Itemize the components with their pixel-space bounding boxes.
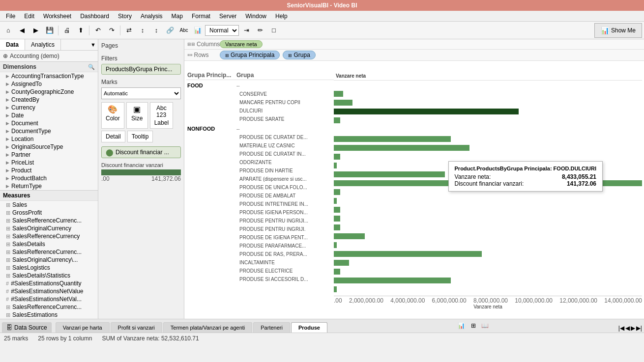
dim-product[interactable]: ▶ Product (0, 167, 98, 174)
menu-analysis[interactable]: Analysis (137, 12, 167, 21)
measure-sales-ref-curr-4[interactable]: ⊞ SalesRefferenceCurrenc... (0, 303, 98, 311)
dim-location[interactable]: ▶ Location (0, 135, 98, 143)
show-me-button[interactable]: 📊 Show Me (594, 23, 642, 38)
menu-format[interactable]: Format (188, 12, 214, 21)
tab-new-sheet-icon[interactable]: 📊 (457, 321, 467, 331)
toolbar-chart[interactable]: 📊 (191, 24, 204, 37)
tab-analytics[interactable]: Analytics (25, 39, 61, 50)
toolbar-abc[interactable]: Abc (177, 24, 190, 37)
marks-section: Marks Automatic 🎨 Color ▣ Size Abc123 La… (101, 79, 181, 142)
rows-pill-2[interactable]: ⊞ Grupa (283, 51, 315, 59)
toolbar-sort[interactable]: ↕ (136, 24, 149, 37)
toolbar-tooltip[interactable]: □ (267, 24, 280, 37)
marks-size-btn[interactable]: ▣ Size (126, 102, 148, 129)
measure-sales-est-qty[interactable]: # #SalesEstimationsQuantity (0, 279, 98, 287)
measure-sales-details-stats[interactable]: ⊞ SalesDetails\Statistics (0, 272, 98, 279)
dim-currency[interactable]: ▶ Currency (0, 104, 98, 111)
tab-nav-first[interactable]: |◀ (618, 325, 624, 332)
toolbar-redo[interactable]: ↷ (105, 24, 118, 37)
tab-vanzari-harta[interactable]: Vanzari pe harta (56, 322, 110, 333)
menu-window[interactable]: Window (241, 12, 270, 21)
menu-worksheet[interactable]: Worksheet (39, 12, 75, 21)
middle-panel: Pages Filters ProductsByGrupa Princ... M… (98, 39, 184, 319)
rows-pill-1[interactable]: ⊞ Grupa Principala (220, 51, 280, 59)
tab-new-story-icon[interactable]: 📖 (480, 321, 490, 331)
dim-product-batch[interactable]: ▶ ProductBatch (0, 174, 98, 182)
main-layout: Data Analytics ▼ ⊕ Accounting (demo) Dim… (0, 39, 644, 319)
toolbar-pen[interactable]: ✏ (254, 24, 266, 37)
tab-data[interactable]: Data (0, 39, 25, 50)
menu-file[interactable]: File (2, 12, 19, 21)
toolbar-sort2[interactable]: ↕ (150, 24, 163, 37)
discount-chip[interactable]: ⬤ Discount financiar ... (101, 146, 181, 158)
bar-nf-12 (334, 241, 642, 249)
toolbar-back[interactable]: ◀ (16, 24, 29, 37)
dim-created-by[interactable]: ▶ CreatedBy (0, 96, 98, 104)
marks-dropdown[interactable]: Automatic (101, 87, 181, 99)
toolbar-save[interactable]: 💾 (43, 24, 56, 37)
accounting-demo[interactable]: ⊕ Accounting (demo) (0, 51, 98, 62)
tab-nav-prev[interactable]: ◀ (625, 325, 630, 332)
dim-accounting-transaction-type[interactable]: ▶ AccountingTransactionType (0, 72, 98, 80)
dim-return-type[interactable]: ▶ ReturnType (0, 182, 98, 190)
marks-detail-btn[interactable]: Detail (101, 131, 125, 142)
menu-help[interactable]: Help (271, 12, 292, 21)
toolbar-forward[interactable]: ▶ (29, 24, 42, 37)
toolbar-print[interactable]: 🖨 (60, 24, 73, 37)
toolbar-home[interactable]: ⌂ (2, 24, 15, 37)
tab-produse[interactable]: Produse (291, 322, 327, 333)
toolbar-export[interactable]: ⬆ (74, 24, 87, 37)
columns-pill[interactable]: Vanzare neta (220, 40, 263, 48)
group-nonfood-label: NONFOOD (186, 126, 235, 132)
dimensions-search[interactable]: 🔍 (88, 64, 95, 70)
menu-server[interactable]: Server (215, 12, 240, 21)
normal-dropdown[interactable]: Normal (205, 25, 239, 36)
measure-sales-est-net-val[interactable]: # #SalesEstimationsNetVal... (0, 295, 98, 303)
toolbar-undo[interactable]: ↶ (91, 24, 104, 37)
sidebar-options[interactable]: ▼ (90, 42, 96, 48)
filter-chip[interactable]: ProductsByGrupa Princ... (101, 64, 181, 75)
tab-profit-vanzari[interactable]: Profit si vanzari (111, 322, 162, 333)
toolbar-link[interactable]: 🔗 (164, 24, 176, 37)
measure-sales-ref-curr-1[interactable]: ⊞ SalesRefferenceCurrenc... (0, 217, 98, 224)
bar-nf-15 (334, 268, 642, 276)
measure-sales-ref-curr-3[interactable]: ⊞ SalesRefferenceCurrenc... (0, 248, 98, 256)
separator-2 (89, 26, 89, 35)
tab-termen-plata[interactable]: Termen plata/Vanzari pe agenti (163, 322, 252, 333)
tab-nav-next[interactable]: ▶ (631, 325, 635, 332)
nonfood-8: PRODUSE INTRETINERE IN... (235, 201, 334, 207)
dim-date[interactable]: ▶ Date (0, 111, 98, 119)
measure-sales-estimations[interactable]: ⊞ SalesEstimations (0, 311, 98, 319)
marks-label-btn[interactable]: Abc123 Label (150, 102, 173, 129)
data-source-tab[interactable]: 🗄 Data Source (2, 322, 52, 333)
marks-color-btn[interactable]: 🎨 Color (101, 102, 124, 129)
menu-edit[interactable]: Edit (20, 12, 38, 21)
dim-partner[interactable]: ▶ Partner (0, 151, 98, 159)
measure-sales-orig-curr[interactable]: ⊞ SalesOriginalCurrency (0, 224, 98, 232)
dim-document-type[interactable]: ▶ DocumentType (0, 127, 98, 135)
dim-assigned-to[interactable]: ▶ AssignedTo (0, 80, 98, 88)
food-item-1: MANCARE PENTRU COPII (235, 100, 334, 105)
measure-sales-ref-curr-2[interactable]: ⊞ SalesRefferenceCurrency (0, 232, 98, 240)
dim-original-source[interactable]: ▶ OriginalSourceType (0, 143, 98, 151)
dim-price-list[interactable]: ▶ PriceList (0, 159, 98, 167)
toolbar-fit[interactable]: ⇥ (240, 24, 253, 37)
measure-gross-profit[interactable]: ⊞ GrossProfit (0, 209, 98, 217)
dim-document[interactable]: ▶ Document (0, 119, 98, 127)
menu-story[interactable]: Story (114, 12, 136, 21)
measure-sales[interactable]: ⊞ Sales (0, 201, 98, 209)
tab-new-dashboard-icon[interactable]: ⊞ (468, 321, 478, 331)
toolbar-swap[interactable]: ⇄ (122, 24, 135, 37)
title-text: SeniorVisualBI - Video BI (287, 2, 357, 9)
tab-parteneri[interactable]: Parteneri (253, 322, 290, 333)
dim-county-geographic[interactable]: ▶ CountyGeographicZone (0, 88, 98, 96)
measure-sales-est-net[interactable]: # #SalesEstimationsNetValue (0, 287, 98, 295)
menu-dashboard[interactable]: Dashboard (76, 12, 113, 21)
measure-sales-logistics[interactable]: ⊞ SalesLogistics (0, 264, 98, 272)
measure-sales-orig-curr-v[interactable]: ⊞ SalesOriginalCurrency\... (0, 256, 98, 264)
tab-nav-last[interactable]: ▶| (636, 325, 642, 332)
axis-title: Vanzare neta (334, 304, 642, 309)
menu-map[interactable]: Map (168, 12, 187, 21)
measure-sales-details[interactable]: ⊞ SalesDetails (0, 240, 98, 248)
marks-tooltip-btn[interactable]: Tooltip (127, 131, 153, 142)
